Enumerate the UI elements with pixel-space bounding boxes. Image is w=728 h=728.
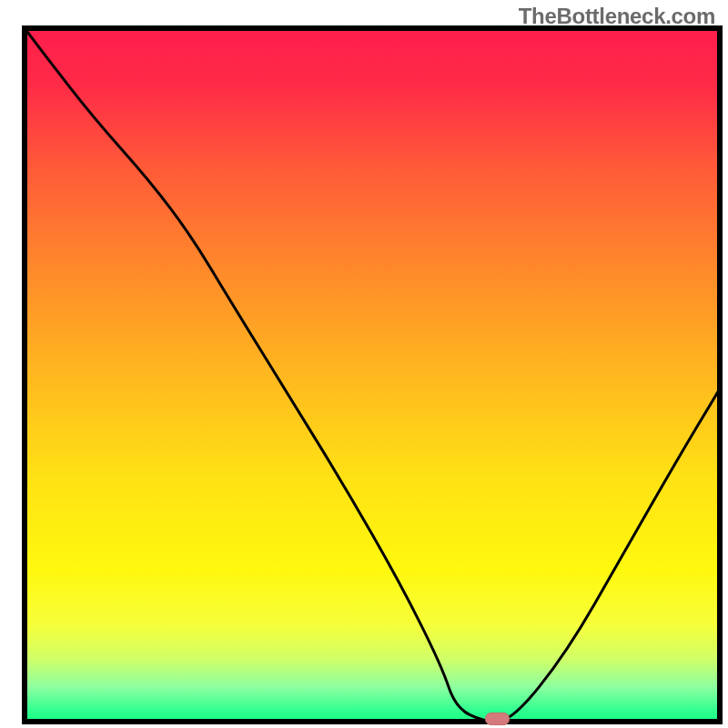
bottleneck-chart	[0, 0, 728, 728]
plot-background	[25, 28, 720, 722]
optimal-marker	[486, 713, 510, 725]
chart-container: TheBottleneck.com	[0, 0, 728, 728]
watermark-text: TheBottleneck.com	[519, 4, 715, 29]
